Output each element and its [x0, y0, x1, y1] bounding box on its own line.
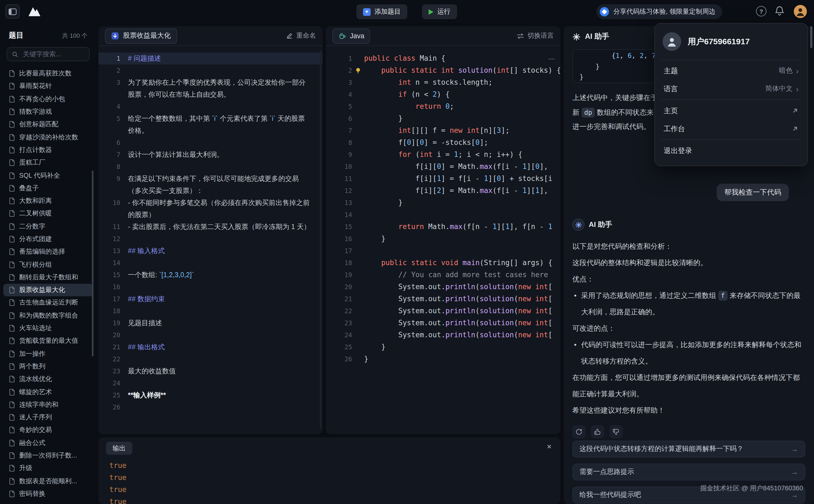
markdown-line[interactable]: 11- 卖出股票后，你无法在第二天买入股票（即冷冻期为 1 天） [98, 221, 323, 233]
help-icon[interactable]: ? [756, 6, 766, 16]
sidebar-scrollbar[interactable] [92, 171, 93, 356]
sidebar-item-problem[interactable]: 密码替换 [3, 488, 93, 500]
search-box[interactable] [7, 47, 90, 61]
code-line[interactable]: 25 } [326, 341, 560, 353]
markdown-scrollbar[interactable] [320, 50, 321, 429]
close-icon[interactable]: × [547, 442, 552, 450]
code-line[interactable]: 3 int n = stocks.length; [326, 77, 560, 89]
menu-item-language[interactable]: 语言简体中文› [658, 80, 804, 97]
sidebar-item-problem[interactable]: 二叉树供暖 [3, 207, 93, 220]
sidebar-item-problem[interactable]: 暴雨梨花针 [3, 80, 93, 93]
markdown-line[interactable]: 9在满足以下约束条件下，你可以尽可能地完成更多的交易（多次买卖一支股票）： [98, 173, 323, 197]
markdown-line[interactable]: 2 [98, 65, 323, 77]
promo-banner[interactable]: 分享代码练习体验, 领限量定制周边 [596, 4, 722, 19]
sidebar-item-problem[interactable]: 连续字串的和 [3, 398, 93, 411]
code-line[interactable]: 16 } [326, 233, 560, 245]
markdown-line[interactable]: 25**输入样例** [98, 389, 323, 401]
sidebar-item-problem[interactable]: 升级 [3, 462, 93, 475]
markdown-line[interactable]: 6 [98, 137, 323, 149]
sidebar-item-problem[interactable]: 迷人子序列 [3, 411, 93, 424]
code-line[interactable]: 4 if (n < 2) { [326, 89, 560, 101]
code-line[interactable]: 21 System.out.println(solution(new int[ [326, 293, 560, 305]
markdown-line[interactable]: 4 [98, 101, 323, 113]
markdown-line[interactable]: 16 [98, 281, 323, 293]
markdown-editor-body[interactable]: 1# 问题描述23为了奖励你在上个季度的优秀表现，公司决定发给你一部分股票，你可… [98, 46, 323, 413]
code-line[interactable]: 7 int[][] f = new int[n][3]; [326, 125, 560, 137]
problem-title-chip[interactable]: 股票收益最大化 [105, 28, 177, 43]
sidebar-item-problem[interactable]: 螺旋的艺术 [3, 386, 93, 398]
markdown-line[interactable]: 15一个数组: `[1,2,3,0,2]` [98, 269, 323, 281]
markdown-line[interactable]: 14 [98, 257, 323, 269]
sidebar-item-problem[interactable]: 创意标题匹配 [3, 118, 93, 131]
menu-item-home[interactable]: 主页 [658, 102, 804, 119]
sidebar-item-problem[interactable]: 奇妙的交易 [3, 424, 93, 437]
output-tab[interactable]: 输出 [106, 442, 132, 455]
menu-item-theme[interactable]: 主题暗色› [658, 62, 804, 79]
markdown-line[interactable]: 13## 输入格式 [98, 245, 323, 257]
language-chip[interactable]: Java [332, 28, 370, 43]
markdown-line[interactable]: 5给定一个整数数组，其中第 `i` 个元素代表了第 `i` 天的股票价格。 [98, 113, 323, 137]
code-line[interactable]: 13 } [326, 197, 560, 209]
sidebar-item-problem[interactable]: SQL 代码补全 [3, 169, 93, 182]
add-problem-button[interactable]: + 添加题目 [356, 4, 407, 19]
menu-item-workspace[interactable]: 工作台 [658, 120, 804, 137]
run-button[interactable]: 运行 [422, 4, 457, 19]
sidebar-item-problem[interactable]: 古生物血缘远近判断 [3, 297, 93, 309]
sidebar-item-problem[interactable]: 流水线优化 [3, 373, 93, 386]
markdown-line[interactable]: 18 [98, 305, 323, 317]
switch-language-button[interactable]: 切换语言 [517, 31, 554, 40]
fold-indicator[interactable]: — [548, 54, 555, 63]
user-avatar[interactable] [794, 5, 807, 18]
sidebar-item-problem[interactable]: 大数和距离 [3, 195, 93, 207]
code-line[interactable]: 2 public static int solution(int[] stock… [326, 65, 560, 77]
markdown-line[interactable]: 1# 问题描述 [98, 52, 323, 65]
code-line[interactable]: 5 return 0; [326, 101, 560, 113]
sidebar-item-problem[interactable]: 火车站选址 [3, 322, 93, 335]
sidebar-toggle-button[interactable] [5, 4, 20, 19]
sidebar-item-problem[interactable]: 蛋糕工厂 [3, 156, 93, 169]
menu-item-logout[interactable]: 退出登录 [658, 142, 804, 159]
sidebar-item-problem[interactable]: 货船载货量的最大值 [3, 335, 93, 347]
sidebar-item-problem[interactable]: 飞行棋分组 [3, 258, 93, 271]
sidebar-item-problem[interactable]: 叠盘子 [3, 182, 93, 195]
code-line[interactable]: 9 for (int i = 1; i < n; i++) { [326, 149, 560, 161]
code-line[interactable]: 20 System.out.println(solution(new int[ [326, 281, 560, 293]
markdown-line[interactable]: 10- 你不能同时参与多笔交易（你必须在再次购买前出售掉之前的股票） [98, 197, 323, 221]
markdown-line[interactable]: 3为了奖励你在上个季度的优秀表现，公司决定发给你一部分股票，你可以在市场上自由交… [98, 77, 323, 101]
sidebar-item-problem[interactable]: 删除一次得到子数... [3, 449, 93, 462]
sidebar-item-problem[interactable]: 穿越沙漠的补给次数 [3, 131, 93, 144]
sidebar-item-problem[interactable]: 股票收益最大化 [3, 284, 93, 297]
sidebar-item-problem[interactable]: 翻转后最大子数组和 [3, 271, 93, 284]
sidebar-item-problem[interactable]: 番茄编辑的选择 [3, 245, 93, 258]
rename-button[interactable]: 重命名 [286, 31, 316, 40]
sidebar-item-problem[interactable]: 分布式团建 [3, 233, 93, 246]
bell-icon[interactable] [775, 5, 784, 18]
suggested-prompt[interactable]: 需要一点思路提示→ [572, 464, 805, 480]
code-line[interactable]: 6 } [326, 113, 560, 125]
sidebar-item-problem[interactable]: 数据表是否能顺利... [3, 475, 93, 488]
code-line[interactable]: 26} [326, 353, 560, 365]
code-line[interactable]: 15 return Math.max(f[n - 1][1], f[n - 1 [326, 221, 560, 233]
markdown-line[interactable]: 22 [98, 353, 323, 365]
markdown-line[interactable]: 8 [98, 161, 323, 173]
sidebar-item-problem[interactable]: 两个数列 [3, 360, 93, 373]
code-line[interactable]: 23 System.out.println(solution(new int[ [326, 317, 560, 329]
markdown-line[interactable]: 21## 输出格式 [98, 341, 323, 353]
markdown-line[interactable]: 7设计一个算法计算出最大利润。 [98, 149, 323, 161]
code-line[interactable]: 19 // You can add more test cases here [326, 269, 560, 281]
markdown-line[interactable]: 23最大的收益数值 [98, 365, 323, 377]
thumbs-down-button[interactable] [610, 425, 623, 438]
sidebar-item-problem[interactable]: 融合公式 [3, 436, 93, 449]
sidebar-item-problem[interactable]: 比赛最高获胜次数 [3, 67, 93, 80]
suggested-prompt[interactable]: 这段代码中状态转移方程的计算逻辑能再解释一下吗？→ [572, 441, 805, 458]
code-editor-body[interactable]: — 1public class Main {2 public static in… [326, 46, 560, 365]
code-line[interactable]: 10 f[i][0] = Math.max(f[i - 1][0], [326, 161, 560, 173]
sidebar-item-problem[interactable]: 加一操作 [3, 347, 93, 360]
markdown-line[interactable]: 26 [98, 401, 323, 413]
code-line[interactable]: 8 f[0][0] = -stocks[0]; [326, 137, 560, 149]
code-line[interactable]: 14 [326, 209, 560, 221]
markdown-line[interactable]: 20 [98, 329, 323, 341]
sidebar-item-problem[interactable]: 二分数字 [3, 220, 93, 233]
code-line[interactable]: 1public class Main { [326, 52, 560, 65]
code-line[interactable]: 11 f[i][1] = f[i - 1][0] + stocks[i [326, 173, 560, 185]
